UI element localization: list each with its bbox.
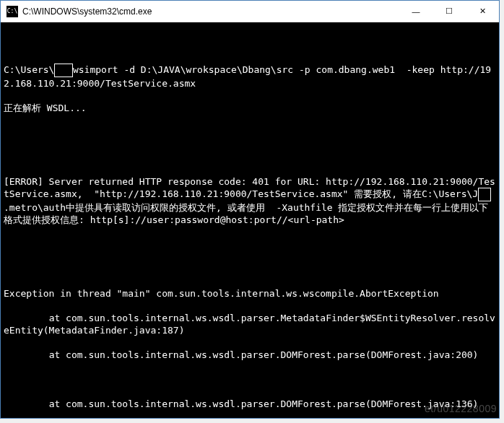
cmd-icon-label: C:\ xyxy=(7,8,17,14)
console-text: C:\Users\ xyxy=(4,64,54,75)
maximize-button[interactable]: ☐ xyxy=(433,1,466,22)
window-title: C:\WINDOWS\system32\cmd.exe xyxy=(22,6,399,17)
minimize-button[interactable]: — xyxy=(399,1,433,22)
console-text: .metro\auth中提供具有读取访问权限的授权文件, 或者使用 -Xauth… xyxy=(4,202,489,225)
console-line: 正在解析 WSDL... xyxy=(4,102,496,114)
cmd-window: C:\ C:\WINDOWS\system32\cmd.exe — ☐ ✕ C:… xyxy=(0,0,500,419)
console-error-line: [ERROR] Server returned HTTP response co… xyxy=(4,175,496,226)
redacted-block: ██ xyxy=(478,188,491,201)
console-text: wsimport -d D:\JAVA\wrokspace\Dbang\src … xyxy=(4,64,491,89)
redacted-block: ███ xyxy=(54,64,72,77)
close-button[interactable]: ✕ xyxy=(466,1,499,22)
cmd-icon: C:\ xyxy=(6,6,18,17)
console-output[interactable]: C:\Users\███wsimport -d D:\JAVA\wrokspac… xyxy=(1,22,499,418)
stacktrace-line: at com.sun.tools.internal.ws.wsdl.parser… xyxy=(4,349,496,361)
console-text: [ERROR] Server returned HTTP response co… xyxy=(4,176,495,199)
titlebar: C:\ C:\WINDOWS\system32\cmd.exe — ☐ ✕ xyxy=(1,1,499,22)
stacktrace-line: at com.sun.tools.internal.ws.wsdl.parser… xyxy=(4,398,496,410)
stacktrace-line: at com.sun.tools.internal.ws.wsdl.parser… xyxy=(4,312,496,336)
console-line: C:\Users\███wsimport -d D:\JAVA\wrokspac… xyxy=(4,64,496,90)
stacktrace-line: Exception in thread "main" com.sun.tools… xyxy=(4,287,496,300)
window-controls: — ☐ ✕ xyxy=(399,1,499,22)
